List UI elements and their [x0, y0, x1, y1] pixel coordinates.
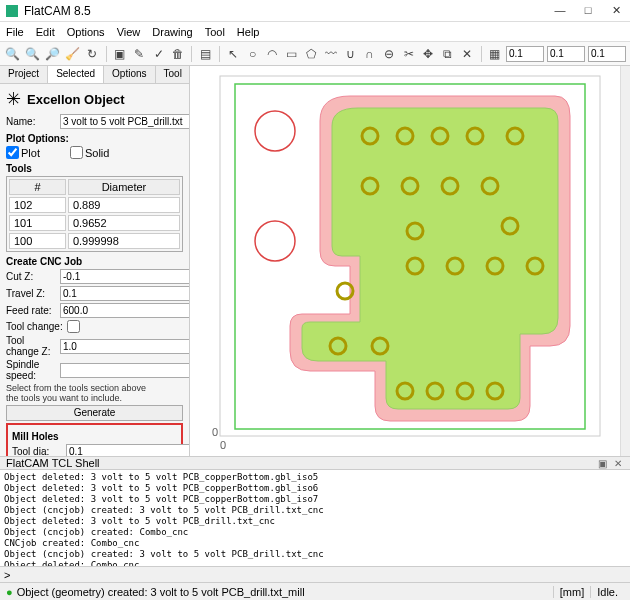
tooldia-input[interactable] [66, 444, 189, 456]
plot-options-label: Plot Options: [6, 133, 183, 144]
menu-view[interactable]: View [117, 26, 141, 38]
side-tabs: Project Selected Options Tool [0, 66, 189, 84]
menu-file[interactable]: File [6, 26, 24, 38]
update-geometry-icon[interactable]: ✓ [150, 45, 167, 63]
new-geometry-icon[interactable]: ▣ [111, 45, 128, 63]
name-input[interactable] [60, 114, 189, 129]
tab-selected[interactable]: Selected [48, 66, 104, 83]
cutz-label: Cut Z: [6, 271, 56, 282]
shell-header: FlatCAM TCL Shell ▣ ✕ [0, 456, 630, 470]
toolbar: 🔍 🔍 🔎 🧹 ↻ ▣ ✎ ✓ 🗑 ▤ ↖ ○ ◠ ▭ ⬠ 〰 ∪ ∩ ⊖ ✂ … [0, 42, 630, 66]
statusbar: ● Object (geometry) created: 3 volt to 5… [0, 582, 630, 600]
name-label: Name: [6, 116, 56, 127]
delete-icon[interactable]: 🗑 [170, 45, 187, 63]
close-button[interactable]: ✕ [608, 4, 624, 17]
separator [481, 46, 482, 62]
travelz-label: Travel Z: [6, 288, 56, 299]
table-row: 1010.9652 [9, 215, 180, 231]
object-type-header: Excellon Object [27, 92, 125, 107]
zoom-in-icon[interactable]: 🔍 [4, 45, 21, 63]
menu-tool[interactable]: Tool [205, 26, 225, 38]
svg-text:0: 0 [220, 439, 226, 451]
move-icon[interactable]: ✥ [420, 45, 437, 63]
grid-y-input[interactable] [547, 46, 585, 62]
table-row: 1000.999998 [9, 233, 180, 249]
copy-icon[interactable]: ⧉ [439, 45, 456, 63]
intersection-icon[interactable]: ∩ [361, 45, 378, 63]
circle-icon[interactable]: ○ [244, 45, 261, 63]
status-units: [mm] [553, 586, 590, 598]
rectangle-icon[interactable]: ▭ [283, 45, 300, 63]
separator [191, 46, 192, 62]
app-logo-icon [6, 5, 18, 17]
delete-shape-icon[interactable]: ✕ [459, 45, 476, 63]
polygon-icon[interactable]: ⬠ [303, 45, 320, 63]
menu-options[interactable]: Options [67, 26, 105, 38]
scrollbar[interactable] [620, 66, 630, 456]
plot-canvas[interactable]: 0 0 [190, 66, 620, 456]
col-number: # [9, 179, 66, 195]
shell-title: FlatCAM TCL Shell [6, 457, 100, 469]
separator [106, 46, 107, 62]
status-icon: ● [6, 586, 13, 598]
status-state: Idle. [590, 586, 624, 598]
shell-input[interactable]: > [0, 566, 630, 582]
maximize-button[interactable]: □ [580, 4, 596, 17]
arc-icon[interactable]: ◠ [264, 45, 281, 63]
toolchangez-input[interactable] [60, 339, 189, 354]
menu-help[interactable]: Help [237, 26, 260, 38]
spindle-input[interactable] [60, 363, 189, 378]
tab-project[interactable]: Project [0, 66, 48, 83]
tab-options[interactable]: Options [104, 66, 155, 83]
union-icon[interactable]: ∪ [342, 45, 359, 63]
select-icon[interactable]: ↖ [225, 45, 242, 63]
travelz-input[interactable] [60, 286, 189, 301]
zoom-fit-icon[interactable]: 🔎 [44, 45, 61, 63]
menu-drawing[interactable]: Drawing [152, 26, 192, 38]
tab-tool[interactable]: Tool [156, 66, 190, 83]
separator [219, 46, 220, 62]
toolchange-label: Tool change: [6, 321, 63, 332]
menu-edit[interactable]: Edit [36, 26, 55, 38]
mill-holes-section: Mill Holes Tool dia: Select from the too… [6, 423, 183, 456]
toolchange-checkbox[interactable] [67, 320, 80, 333]
path-icon[interactable]: 〰 [322, 45, 339, 63]
generate-button[interactable]: Generate [6, 405, 183, 421]
tools-table[interactable]: #Diameter 1020.889 1010.9652 1000.999998 [6, 176, 183, 252]
col-diameter: Diameter [68, 179, 180, 195]
status-message: Object (geometry) created: 3 volt to 5 v… [17, 586, 305, 598]
mill-header: Mill Holes [12, 431, 177, 442]
shell-icon[interactable]: ▤ [197, 45, 214, 63]
minimize-button[interactable]: — [552, 4, 568, 17]
window-title: FlatCAM 8.5 [24, 4, 552, 18]
shell-controls[interactable]: ▣ ✕ [598, 458, 624, 469]
edit-geometry-icon[interactable]: ✎ [131, 45, 148, 63]
solid-checkbox[interactable]: Solid [70, 146, 109, 159]
titlebar: FlatCAM 8.5 — □ ✕ [0, 0, 630, 22]
cnc-note: Select from the tools section above the … [6, 383, 183, 403]
zoom-out-icon[interactable]: 🔍 [24, 45, 41, 63]
cut-path-icon[interactable]: ✂ [400, 45, 417, 63]
panel-body: ✳ Excellon Object Name: Plot Options: Pl… [0, 84, 189, 456]
feedrate-input[interactable] [60, 303, 189, 318]
subtract-icon[interactable]: ⊖ [381, 45, 398, 63]
spindle-label: Spindle speed: [6, 359, 56, 381]
shell-output: Object deleted: 3 volt to 5 volt PCB_cop… [0, 470, 630, 566]
table-row: 1020.889 [9, 197, 180, 213]
cutz-input[interactable] [60, 269, 189, 284]
grid-x-input[interactable] [506, 46, 544, 62]
snap-input[interactable] [588, 46, 626, 62]
cnc-header: Create CNC Job [6, 256, 183, 267]
tools-header: Tools [6, 163, 183, 174]
clear-plot-icon[interactable]: 🧹 [64, 45, 81, 63]
grid-icon[interactable]: ▦ [486, 45, 503, 63]
replot-icon[interactable]: ↻ [84, 45, 101, 63]
svg-text:0: 0 [212, 426, 218, 438]
feedrate-label: Feed rate: [6, 305, 56, 316]
menubar: File Edit Options View Drawing Tool Help [0, 22, 630, 42]
toolchangez-label: Tool change Z: [6, 335, 56, 357]
excellon-icon: ✳ [6, 88, 21, 110]
tooldia-label: Tool dia: [12, 446, 62, 456]
plot-checkbox[interactable]: Plot [6, 146, 40, 159]
